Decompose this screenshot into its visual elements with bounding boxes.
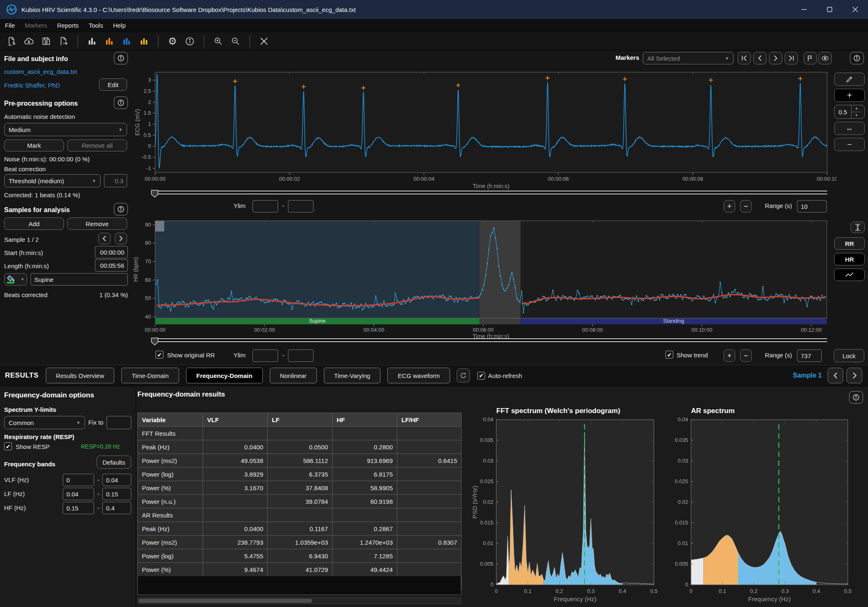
auto-refresh-checkbox[interactable]: ✔ [477,372,485,380]
remove-beat-button[interactable]: − [834,138,865,151]
show-original-rr-checkbox[interactable]: ✔ [156,351,163,359]
edit-beats-pencil-button[interactable] [834,73,865,86]
close-button[interactable] [842,0,868,19]
remove-all-noise-button[interactable]: Remove all [67,139,127,151]
report-blue-chart-icon[interactable] [119,34,134,49]
beat-correction-select[interactable]: Threshold (medium)▼ [4,174,101,187]
prev-sample-button[interactable] [98,233,111,244]
noise-level-select[interactable]: Medium▼ [4,123,127,136]
export-report-icon[interactable] [56,34,71,49]
defaults-button[interactable]: Defaults [97,456,131,469]
show-markers-eye-button[interactable] [818,52,832,64]
stepper-down-icon[interactable]: ▼ [851,112,861,119]
hr-range-minus-button[interactable]: − [740,350,752,362]
edit-subject-button[interactable]: Edit [99,78,127,91]
first-marker-button[interactable] [738,52,751,64]
show-trend-button[interactable] [834,269,865,281]
band-low-input-0[interactable]: 0 [63,474,94,486]
tab-ecg-waveform[interactable]: ECG waveform [387,368,450,383]
band-low-input-1[interactable]: 0.04 [63,488,94,500]
next-result-sample-button[interactable] [847,368,862,383]
band-high-input-1[interactable]: 0.15 [102,488,131,500]
last-marker-button[interactable] [785,52,798,64]
results-table-scrollbar-thumb[interactable] [139,599,312,603]
ecg-ylim-max-input[interactable] [288,200,314,213]
ecg-range-minus-button[interactable]: − [740,200,752,213]
hr-range-input[interactable]: 737 [797,350,822,362]
menu-item-tools[interactable]: Tools [89,22,103,29]
mark-noise-button[interactable]: Mark [4,139,64,151]
band-low-input-2[interactable]: 0.15 [63,502,94,514]
ecg-range-input[interactable]: 10 [797,200,827,213]
ecg-range-plus-button[interactable]: + [724,200,735,213]
sample-name-input[interactable]: Supine [31,273,128,286]
menu-item-reports[interactable]: Reports [57,22,79,29]
fit-horizontal-button[interactable]: ↔ [834,122,865,135]
add-beat-button[interactable]: + [834,89,865,102]
file-name-link[interactable]: custom_ascii_ecg_data.txt [4,68,77,75]
band-high-input-0[interactable]: 0.04 [102,474,131,486]
fft-spectrum-chart[interactable]: 00.0050.010.0150.020.0250.030.0350.0400.… [470,386,668,607]
hr-chart[interactable]: SupineStanding40506070809000:00:0000:02:… [131,218,837,338]
show-rr-button[interactable]: RR [834,237,865,250]
spectrum-ylimits-select[interactable]: Common▼ [4,416,85,429]
preprocessing-help-icon[interactable] [114,97,128,109]
next-sample-button[interactable] [115,233,127,244]
refresh-button[interactable] [457,368,470,383]
report-gray-chart-icon[interactable] [85,34,99,49]
ecg-scrollbar[interactable] [152,191,827,194]
show-resp-checkbox[interactable]: ✔ [4,442,12,450]
open-file-icon[interactable] [4,34,19,49]
markers-select[interactable]: All Selected▼ [643,52,734,64]
show-hr-button[interactable]: HR [834,253,865,265]
sample-length-input[interactable]: 00:05:56 [95,259,128,272]
beat-correction-threshold-input[interactable]: 0.3 [104,174,127,187]
minimize-button[interactable] [791,0,817,19]
tab-frequency-domain[interactable]: Frequency-Domain [186,368,263,383]
zoom-in-icon[interactable] [211,34,226,49]
report-orange-chart-icon[interactable] [102,34,117,49]
close-file-icon[interactable] [257,34,271,49]
next-marker-button[interactable] [769,52,782,64]
sample-start-input[interactable]: 00:00:00 [95,246,128,258]
menu-item-file[interactable]: File [5,22,15,29]
hr-ylim-max-input[interactable] [288,350,314,362]
save-icon[interactable] [39,34,54,49]
tab-results-overview[interactable]: Results Overview [46,368,115,383]
selection-drag-handle[interactable] [155,221,164,231]
fix-to-input[interactable] [106,416,131,429]
report-yellow-chart-icon[interactable] [137,34,151,49]
ecg-ylim-min-input[interactable] [252,200,278,213]
prev-marker-button[interactable] [753,52,767,64]
file-info-help-icon[interactable] [114,52,128,64]
ar-spectrum-chart[interactable]: 00.0050.010.0150.020.0250.030.0350.0400.… [664,386,868,607]
hr-scrollbar-thumb[interactable] [151,337,159,346]
chart-help-icon[interactable] [850,52,864,64]
prev-result-sample-button[interactable] [828,368,843,383]
about-info-icon[interactable] [182,34,197,49]
zoom-out-icon[interactable] [228,34,243,49]
hr-ylim-min-input[interactable] [252,350,278,362]
ecg-scrollbar-thumb[interactable] [151,189,159,198]
hr-range-plus-button[interactable]: + [724,350,735,362]
settings-gear-icon[interactable]: ⚙ [165,34,180,49]
stepper-up-icon[interactable]: ▲ [851,105,861,112]
cloud-download-icon[interactable] [21,34,36,49]
tab-nonlinear[interactable]: Nonlinear [270,368,317,383]
results-table-scrollbar[interactable] [137,598,461,604]
add-sample-button[interactable]: Add [4,217,64,230]
lock-button[interactable]: Lock [834,349,864,362]
band-high-input-2[interactable]: 0.4 [102,502,131,514]
maximize-button[interactable] [817,0,842,19]
ecg-chart[interactable]: 32.521.510.50-0.5-100:00:0000:00:0200:00… [131,66,837,190]
hr-scrollbar[interactable] [152,338,827,342]
fit-vertical-button[interactable] [851,222,865,233]
show-trend-checkbox[interactable]: ✔ [665,351,673,359]
tab-time-varying[interactable]: Time-Varying [324,368,381,383]
ecg-scale-stepper[interactable]: 0.5 ▲▼ [834,105,865,119]
flag-marker-button[interactable] [804,52,817,64]
tab-time-domain[interactable]: Time-Domain [121,368,179,383]
menu-item-help[interactable]: Help [113,22,126,29]
sample-color-picker[interactable]: ▼ [4,273,27,286]
remove-sample-button[interactable]: Remove [67,217,127,230]
